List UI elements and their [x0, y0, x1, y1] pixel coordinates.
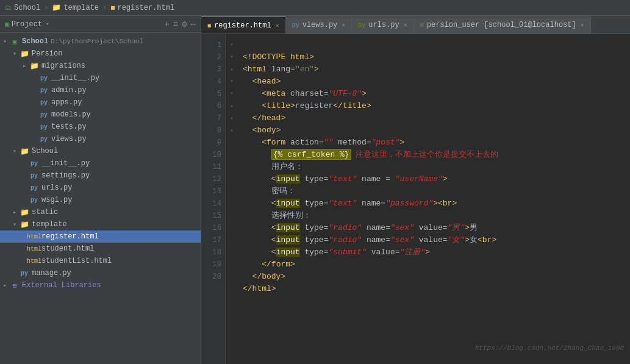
breadcrumb-template[interactable]: template — [63, 4, 99, 12]
tree-item-school-root[interactable]: ▾ ▣ School D:\pythonProject\School — [0, 35, 201, 48]
tree-item-ext-lib[interactable]: ▸ ⊞ External Libraries — [0, 279, 201, 291]
right-panel: ◼ register.html ✕ py views.py ✕ py urls.… — [201, 16, 630, 364]
tree-item-admin-py[interactable]: py admin.py — [0, 84, 201, 96]
tab-close-urls[interactable]: ✕ — [404, 21, 407, 29]
breadcrumb-school[interactable]: School — [14, 4, 40, 12]
tab-register-html[interactable]: ◼ register.html ✕ — [201, 16, 286, 34]
tree-item-manage-py[interactable]: py manage.py — [0, 267, 201, 279]
tab-icon-db: ⊞ — [420, 21, 424, 29]
menu-icon[interactable]: ≡ — [173, 20, 178, 29]
tree-item-migrations[interactable]: ▸ 📁 migrations — [0, 60, 201, 72]
tab-close-db[interactable]: ✕ — [581, 21, 584, 29]
tab-label-register: register.html — [214, 21, 271, 30]
breadcrumb-sep-2: › — [102, 4, 107, 12]
project-toolbar: ▣ Project ▾ + ≡ ⚙ ↔ — [0, 16, 201, 33]
tabs-bar: ◼ register.html ✕ py views.py ✕ py urls.… — [201, 16, 630, 34]
tab-label-urls: urls.py — [368, 21, 399, 29]
tab-views-py[interactable]: py views.py ✕ — [286, 16, 353, 34]
breadcrumb-project-icon: 🗂 — [5, 4, 12, 12]
tree-item-settings-py[interactable]: py settings.py — [0, 170, 201, 182]
tree-item-wsgi-py[interactable]: py wsgi.py — [0, 194, 201, 206]
tree-item-register-html[interactable]: html register.html — [0, 230, 201, 243]
tab-close-register[interactable]: ✕ — [276, 22, 279, 29]
tab-label-views: views.py — [302, 21, 338, 29]
tree-item-persion[interactable]: ▾ 📁 Persion — [0, 48, 201, 60]
breadcrumb-sep-1: › — [44, 4, 48, 12]
project-text: Project — [12, 20, 42, 29]
tree-item-static[interactable]: ▸ 📁 static — [0, 206, 201, 218]
tab-icon-register: ◼ — [207, 22, 211, 29]
main-layout: ▣ Project ▾ + ≡ ⚙ ↔ ▾ ▣ School D:\python… — [0, 16, 630, 364]
tree-item-init-py-1[interactable]: py __init__.py — [0, 72, 201, 84]
code-area: 12345 678910 1112131415 1617181920 ▾ ▾ ▴… — [201, 34, 630, 364]
project-dropdown-icon[interactable]: ▾ — [46, 21, 49, 27]
tree-item-template[interactable]: ▾ 📁 template — [0, 218, 201, 230]
tree-item-student-html[interactable]: html student.html — [0, 243, 201, 255]
tab-close-views[interactable]: ✕ — [342, 21, 345, 29]
breadcrumb-register[interactable]: register.html — [117, 4, 174, 12]
toolbar-icons: + ≡ ⚙ ↔ — [164, 19, 196, 29]
breadcrumb-file-icon: ◼ — [110, 3, 115, 12]
tab-label-db: persion_user [school_01@localhost] — [427, 21, 576, 29]
tree-item-school-pkg[interactable]: ▾ 📁 School — [0, 145, 201, 157]
watermark: https://blog.csdn.net/Zhang_Chao_1998 — [475, 344, 624, 352]
breadcrumb-folder-icon-1: 📁 — [52, 3, 61, 12]
left-panel: ▣ Project ▾ + ≡ ⚙ ↔ ▾ ▣ School D:\python… — [0, 16, 201, 364]
add-icon[interactable]: + — [164, 20, 169, 29]
tab-icon-views: py — [292, 22, 299, 29]
gutter: ▾ ▾ ▴ ▾ ▾ ▴ ▴ ▴ — [226, 34, 238, 364]
expand-icon[interactable]: ↔ — [191, 20, 196, 29]
tree-item-views-py-1[interactable]: py views.py — [0, 133, 201, 145]
tree-item-models-py[interactable]: py models.py — [0, 109, 201, 121]
tree-item-tests-py[interactable]: py tests.py — [0, 121, 201, 133]
project-label: ▣ Project ▾ — [5, 20, 159, 29]
tree-item-init-py-2[interactable]: py __init__.py — [0, 157, 201, 170]
tab-icon-urls: py — [358, 22, 365, 29]
tree-item-urls-py[interactable]: py urls.py — [0, 182, 201, 194]
file-tree: ▾ ▣ School D:\pythonProject\School ▾ 📁 P… — [0, 33, 201, 364]
tree-item-studentlist-html[interactable]: html studentList.html — [0, 255, 201, 267]
breadcrumb-bar: 🗂 School › 📁 template › ◼ register.html — [0, 0, 630, 16]
tree-item-apps-py[interactable]: py apps.py — [0, 96, 201, 109]
settings-icon[interactable]: ⚙ — [182, 19, 187, 29]
tab-persion-user[interactable]: ⊞ persion_user [school_01@localhost] ✕ — [414, 16, 591, 34]
line-numbers: 12345 678910 1112131415 1617181920 — [201, 34, 226, 364]
project-icon: ▣ — [5, 20, 9, 28]
code-content[interactable]: <!DOCTYPE html> <html lang="en"> <head> … — [238, 34, 630, 364]
tab-urls-py[interactable]: py urls.py ✕ — [352, 16, 413, 34]
